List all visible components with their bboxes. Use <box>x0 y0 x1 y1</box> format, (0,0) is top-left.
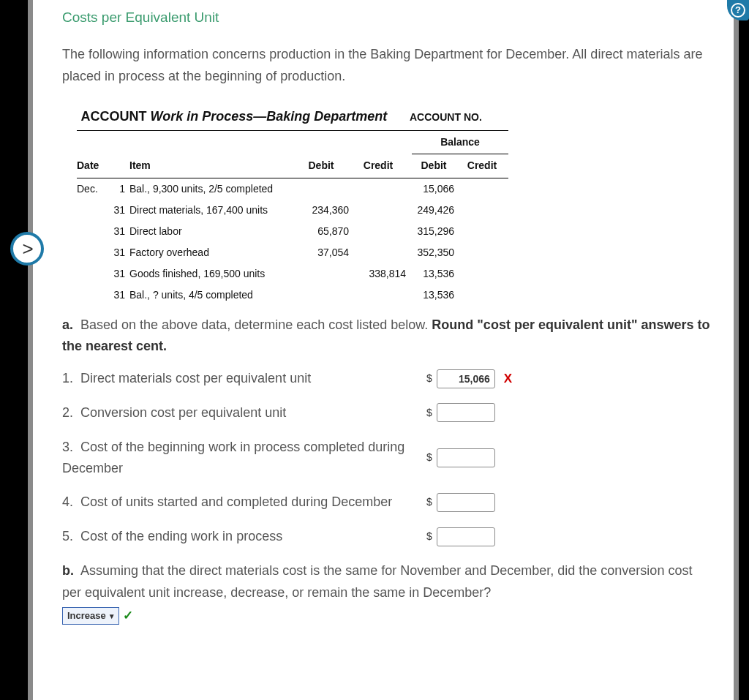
cell-bal-credit <box>460 242 508 263</box>
col-bal-debit: Debit <box>412 154 460 178</box>
cell-day: 31 <box>112 285 129 306</box>
dollar-sign: $ <box>426 405 432 421</box>
account-no-label: ACCOUNT NO. <box>410 110 482 125</box>
cell-day: 31 <box>112 242 129 263</box>
answer-prompt: 1. Direct materials cost per equivalent … <box>62 368 421 389</box>
table-row: 31Factory overhead37,054352,350 <box>77 242 508 263</box>
dollar-sign: $ <box>426 529 432 544</box>
x-icon: X <box>504 369 512 388</box>
cell-bal-credit <box>460 221 508 242</box>
col-day <box>112 130 129 178</box>
cell-bal-debit: 352,350 <box>412 242 460 263</box>
cell-item: Direct labor <box>129 221 298 242</box>
col-date: Date <box>77 130 112 178</box>
ledger-title-prefix: ACCOUNT <box>81 109 151 124</box>
cell-month <box>77 263 112 285</box>
cell-bal-debit: 249,426 <box>412 200 460 221</box>
cell-month <box>77 285 112 306</box>
cell-debit <box>298 285 355 306</box>
cell-bal-debit: 315,296 <box>412 221 460 242</box>
cell-credit <box>355 221 412 242</box>
cell-credit <box>355 242 412 263</box>
help-icon: ? <box>731 3 745 18</box>
cell-credit <box>355 200 412 221</box>
dollar-sign: $ <box>426 450 432 465</box>
chevron-right-icon: > <box>22 235 33 263</box>
part-a-label: a. <box>62 317 73 332</box>
check-icon: ✓ <box>123 606 133 625</box>
table-row: Dec.1Bal., 9,300 units, 2/5 completed15,… <box>77 178 508 200</box>
answer-input[interactable] <box>437 448 495 467</box>
cell-day: 31 <box>112 263 129 285</box>
answer-prompt: 4. Cost of units started and completed d… <box>62 492 421 513</box>
answer-input[interactable] <box>437 369 495 388</box>
dollar-sign: $ <box>426 371 432 386</box>
cell-credit: 338,814 <box>355 263 412 285</box>
cell-credit <box>355 178 412 200</box>
cell-item: Bal., ? units, 4/5 completed <box>129 285 298 306</box>
cell-bal-credit <box>460 263 508 285</box>
table-row: 31Direct materials, 167,400 units234,360… <box>77 200 508 221</box>
cell-item: Factory overhead <box>129 242 298 263</box>
cell-debit: 65,870 <box>298 221 355 242</box>
part-b-question: b. Assuming that the direct materials co… <box>62 560 712 603</box>
cell-day: 1 <box>112 178 129 200</box>
cell-debit: 37,054 <box>298 242 355 263</box>
page-title: Costs per Equivalent Unit <box>62 7 712 29</box>
cell-item: Goods finished, 169,500 units <box>129 263 298 285</box>
cell-bal-debit: 13,536 <box>412 285 460 306</box>
ledger-account: ACCOUNT Work in Process—Baking Departmen… <box>77 101 712 306</box>
cell-bal-credit <box>460 200 508 221</box>
part-b-dropdown[interactable]: Increase ▼ <box>62 607 119 625</box>
cell-debit: 234,360 <box>298 200 355 221</box>
cell-month <box>77 221 112 242</box>
cell-bal-debit: 13,536 <box>412 263 460 285</box>
cell-day: 31 <box>112 221 129 242</box>
cell-bal-credit <box>460 178 508 200</box>
col-balance: Balance <box>412 130 508 154</box>
ledger-title: ACCOUNT Work in Process—Baking Departmen… <box>77 107 391 126</box>
answer-prompt: 2. Conversion cost per equivalent unit <box>62 402 421 424</box>
answer-input[interactable] <box>437 527 495 546</box>
cell-day: 31 <box>112 200 129 221</box>
answer-row: 3. Cost of the beginning work in process… <box>62 437 712 479</box>
cell-item: Bal., 9,300 units, 2/5 completed <box>129 178 298 200</box>
cell-item: Direct materials, 167,400 units <box>129 200 298 221</box>
answer-row: 5. Cost of the ending work in process$ <box>62 526 712 547</box>
answer-row: 2. Conversion cost per equivalent unit$ <box>62 402 712 424</box>
answer-row: 1. Direct materials cost per equivalent … <box>62 368 712 389</box>
ledger-title-italic: Work in Process—Baking Department <box>151 109 388 124</box>
ledger-table: Date Item Debit Credit Balance Debit Cre… <box>77 130 508 306</box>
cell-month <box>77 200 112 221</box>
cell-bal-credit <box>460 285 508 306</box>
col-item: Item <box>129 130 298 178</box>
dropdown-selected: Increase <box>67 609 106 623</box>
answer-input[interactable] <box>437 493 495 512</box>
answer-prompt: 5. Cost of the ending work in process <box>62 526 421 547</box>
part-a-text: Based on the above data, determine each … <box>80 317 432 332</box>
content-frame: Costs per Equivalent Unit The following … <box>28 0 739 700</box>
part-b-label: b. <box>62 563 74 578</box>
answer-row: 4. Cost of units started and completed d… <box>62 492 712 513</box>
table-row: 31Bal., ? units, 4/5 completed13,536 <box>77 285 508 306</box>
answers-list: 1. Direct materials cost per equivalent … <box>62 368 712 547</box>
dollar-sign: $ <box>426 494 432 510</box>
col-debit: Debit <box>298 130 355 178</box>
cell-bal-debit: 15,066 <box>412 178 460 200</box>
cell-debit <box>298 178 355 200</box>
cell-month: Dec. <box>77 178 112 200</box>
part-b-text: Assuming that the direct materials cost … <box>62 563 692 600</box>
col-bal-credit: Credit <box>460 154 508 178</box>
cell-debit <box>298 263 355 285</box>
answer-input[interactable] <box>437 403 495 422</box>
table-row: 31Goods finished, 169,500 units338,81413… <box>77 263 508 285</box>
part-a-question: a. Based on the above data, determine ea… <box>62 315 712 358</box>
col-credit: Credit <box>355 130 412 178</box>
nav-next-button[interactable]: > <box>10 232 44 266</box>
intro-text: The following information concerns produ… <box>62 43 712 88</box>
cell-credit <box>355 285 412 306</box>
table-row: 31Direct labor65,870315,296 <box>77 221 508 242</box>
cell-month <box>77 242 112 263</box>
answer-prompt: 3. Cost of the beginning work in process… <box>62 437 421 479</box>
chevron-down-icon: ▼ <box>108 611 116 622</box>
